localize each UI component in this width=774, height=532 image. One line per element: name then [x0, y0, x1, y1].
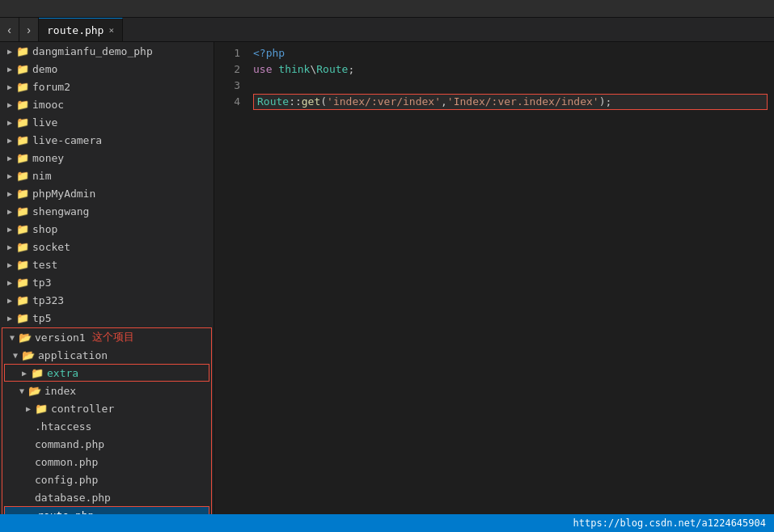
item-label: forum2 [32, 81, 70, 93]
code-token: get [302, 94, 320, 110]
folder-icon: 📁 [16, 241, 29, 253]
folder-icon: 📁 [16, 152, 29, 164]
folder-icon: 📂 [28, 385, 41, 397]
item-label: shop [32, 223, 57, 235]
tab-prev-button[interactable]: ‹ [0, 18, 19, 41]
tab-close-button[interactable]: × [108, 25, 114, 36]
folder-icon: 📁 [16, 294, 29, 306]
item-label: tp3 [32, 277, 51, 289]
sidebar-item-tp5[interactable]: ▶ 📁 tp5 [0, 309, 214, 327]
sidebar-item-controller[interactable]: ▶ 📁 controller [2, 399, 211, 417]
item-label: command.php [35, 438, 104, 450]
folder-icon: 📁 [16, 116, 29, 129]
tab-next-button[interactable]: › [19, 18, 39, 41]
sidebar-item-tp3[interactable]: ▶ 📁 tp3 [0, 273, 214, 291]
code-token: , [441, 94, 447, 110]
code-line-2: use think \ Route ; [253, 61, 768, 78]
code-token: Route [316, 61, 348, 78]
sidebar-item-database[interactable]: database.php [2, 488, 211, 506]
folder-icon: 📁 [16, 205, 29, 217]
code-token: :: [289, 94, 302, 110]
sidebar-item-shop[interactable]: ▶ 📁 shop [0, 220, 214, 238]
sidebar-item-live[interactable]: ▶ 📁 live [0, 113, 214, 131]
item-label: database.php [35, 492, 111, 504]
arrow-icon: ▶ [18, 369, 31, 378]
sidebar-item-forum2[interactable]: ▶ 📁 forum2 [0, 78, 214, 95]
code-token: ( [320, 94, 327, 110]
code-token: ; [348, 61, 354, 78]
arrow-icon: ▼ [9, 351, 22, 360]
code-token: use [253, 61, 272, 78]
sidebar-item-imooc[interactable]: ▶ 📁 imooc [0, 95, 214, 113]
sidebar-item-route[interactable]: route.php [4, 506, 209, 514]
arrow-icon: ▶ [3, 260, 16, 269]
arrow-icon: ▶ [3, 65, 16, 74]
item-label: shengwang [32, 205, 89, 217]
sidebar-item-common[interactable]: common.php [2, 453, 211, 471]
code-token: think [278, 61, 310, 78]
tab-label: route.php [47, 24, 104, 36]
sidebar-item-command[interactable]: command.php [2, 435, 211, 453]
sidebar-item-version1[interactable]: ▼ 📂 version1 这个项目 [2, 328, 211, 346]
item-label: tp5 [32, 312, 51, 324]
sidebar-item-phpmyadmin[interactable]: ▶ 📁 phpMyAdmin [0, 184, 214, 202]
sidebar-item-money[interactable]: ▶ 📁 money [0, 149, 214, 167]
sidebar-item-index[interactable]: ▼ 📂 index [2, 382, 211, 399]
arrow-icon: ▶ [3, 100, 16, 109]
arrow-icon: ▶ [3, 189, 16, 198]
arrow-icon: ▶ [3, 82, 16, 91]
tab-bar: ‹ › route.php × [0, 18, 774, 42]
item-label: imooc [32, 99, 64, 111]
code-line-3 [253, 78, 768, 94]
sidebar-item-demo[interactable]: ▶ 📁 demo [0, 60, 214, 78]
arrow-icon: ▶ [3, 278, 16, 287]
folder-icon: 📁 [16, 99, 29, 111]
folder-icon: 📁 [16, 134, 29, 146]
sidebar-item-dangmianfu[interactable]: ▶ 📁 dangmianfu_demo_php [0, 42, 214, 60]
sidebar-item-config[interactable]: config.php [2, 471, 211, 488]
item-label: version1 [35, 331, 86, 344]
item-label: config.php [35, 474, 98, 486]
arrow-icon: ▶ [3, 207, 16, 216]
sidebar-item-live-camera[interactable]: ▶ 📁 live-camera [0, 131, 214, 149]
arrow-icon: ▶ [22, 404, 35, 413]
sidebar-item-shengwang[interactable]: ▶ 📁 shengwang [0, 202, 214, 220]
folder-icon: 📁 [16, 312, 29, 324]
arrow-icon: ▶ [3, 171, 16, 180]
folder-icon: 📁 [16, 223, 29, 235]
item-label: nim [32, 170, 51, 182]
code-area[interactable]: <?php use think \ Route ; Route :: [247, 42, 774, 514]
code-token: ); [599, 94, 612, 110]
item-label: socket [32, 241, 70, 253]
sidebar-item-application[interactable]: ▼ 📂 application [2, 346, 211, 364]
folder-icon: 📁 [31, 367, 44, 379]
sidebar-item-nim[interactable]: ▶ 📁 nim [0, 167, 214, 184]
item-label: .htaccess [35, 420, 91, 433]
sidebar-item-tp323[interactable]: ▶ 📁 tp323 [0, 291, 214, 309]
item-label: phpMyAdmin [32, 188, 95, 200]
top-bar [0, 0, 774, 18]
tab-route-php[interactable]: route.php × [39, 18, 123, 41]
item-label: dangmianfu_demo_php [32, 45, 153, 57]
arrow-icon: ▶ [3, 136, 16, 145]
version1-group: ▼ 📂 version1 这个项目 ▼ 📂 application ▶ 📁 ex… [2, 327, 212, 514]
code-token: \ [310, 61, 316, 78]
folder-icon: 📂 [22, 349, 35, 361]
sidebar-item-test[interactable]: ▶ 📁 test [0, 255, 214, 273]
folder-icon: 📁 [16, 81, 29, 93]
main-layout: ▶ 📁 dangmianfu_demo_php ▶ 📁 demo ▶ 📁 for… [0, 42, 774, 514]
csdn-link: https://blog.csdn.net/a1224645904 [573, 517, 766, 529]
bottom-bar: https://blog.csdn.net/a1224645904 [0, 514, 774, 532]
code-token: <?php [253, 45, 285, 61]
item-label: live [32, 116, 57, 129]
item-label: test [32, 259, 57, 271]
folder-icon: 📁 [16, 63, 29, 75]
sidebar[interactable]: ▶ 📁 dangmianfu_demo_php ▶ 📁 demo ▶ 📁 for… [0, 42, 214, 514]
sidebar-item-socket[interactable]: ▶ 📁 socket [0, 238, 214, 255]
sidebar-item-extra[interactable]: ▶ 📁 extra [4, 364, 209, 382]
arrow-icon: ▶ [3, 225, 16, 234]
arrow-icon: ▼ [6, 333, 19, 342]
folder-icon: 📂 [19, 331, 32, 344]
sidebar-item-htaccess[interactable]: .htaccess [2, 417, 211, 435]
code-token [272, 61, 278, 78]
